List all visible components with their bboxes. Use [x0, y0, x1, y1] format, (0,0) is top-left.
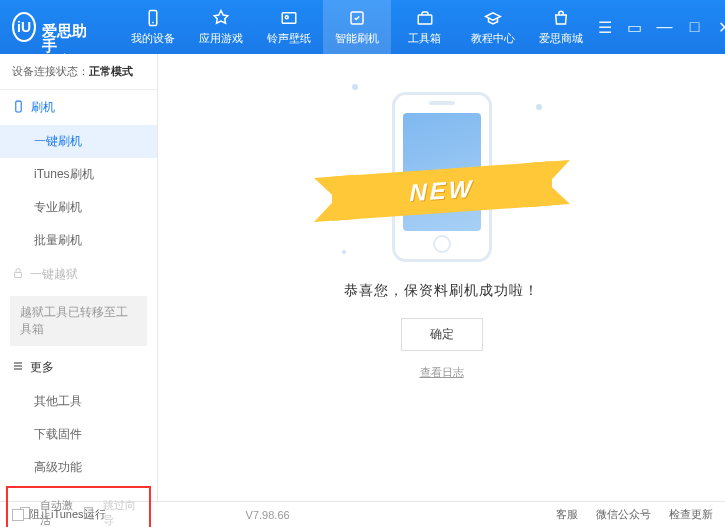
success-message: 恭喜您，保资料刷机成功啦！ — [344, 282, 539, 300]
sidebar-pro-flash[interactable]: 专业刷机 — [0, 191, 157, 224]
menu-icon[interactable]: ☰ — [595, 17, 615, 37]
refresh-icon — [347, 8, 367, 28]
sidebar-itunes-flash[interactable]: iTunes刷机 — [0, 158, 157, 191]
skin-icon[interactable]: ▭ — [625, 17, 645, 37]
sidebar-download-firmware[interactable]: 下载固件 — [0, 418, 157, 451]
toolbox-icon — [415, 8, 435, 28]
svg-rect-7 — [16, 101, 21, 112]
svg-rect-5 — [418, 15, 432, 24]
apps-icon — [211, 8, 231, 28]
sidebar-other-tools[interactable]: 其他工具 — [0, 385, 157, 418]
top-nav: 我的设备 应用游戏 铃声壁纸 智能刷机 工具箱 教程中心 爱思商城 — [119, 0, 595, 54]
svg-rect-8 — [15, 273, 22, 278]
nav-my-device[interactable]: 我的设备 — [119, 0, 187, 54]
app-url: www.i4.cn — [42, 53, 88, 62]
main-content: NEW 恭喜您，保资料刷机成功啦！ 确定 查看日志 — [158, 54, 725, 501]
titlebar: iU 爱思助手 www.i4.cn 我的设备 应用游戏 铃声壁纸 智能刷机 工具… — [0, 0, 725, 54]
nav-ringtones[interactable]: 铃声壁纸 — [255, 0, 323, 54]
minimize-icon[interactable]: — — [655, 17, 675, 37]
lock-icon — [12, 267, 24, 282]
nav-tutorials[interactable]: 教程中心 — [459, 0, 527, 54]
success-illustration: NEW — [342, 84, 542, 264]
footer-wechat[interactable]: 微信公众号 — [596, 507, 651, 522]
nav-apps-games[interactable]: 应用游戏 — [187, 0, 255, 54]
block-itunes-checkbox[interactable] — [12, 509, 24, 521]
new-ribbon: NEW — [409, 175, 474, 208]
sidebar-oneclick-flash[interactable]: 一键刷机 — [0, 125, 157, 158]
nav-smart-flash[interactable]: 智能刷机 — [323, 0, 391, 54]
flash-icon — [12, 100, 25, 116]
sidebar: 设备连接状态：正常模式 刷机 一键刷机 iTunes刷机 专业刷机 批量刷机 一… — [0, 54, 158, 501]
app-logo: iU 爱思助手 www.i4.cn — [12, 0, 89, 62]
image-icon — [279, 8, 299, 28]
sidebar-flash-head[interactable]: 刷机 — [0, 90, 157, 125]
window-controls: ☰ ▭ — □ ✕ — [595, 13, 725, 41]
phone-icon — [143, 8, 163, 28]
version-label: V7.98.66 — [246, 509, 290, 521]
svg-point-3 — [285, 16, 288, 19]
graduation-icon — [483, 8, 503, 28]
nav-store[interactable]: 爱思商城 — [527, 0, 595, 54]
ok-button[interactable]: 确定 — [401, 318, 483, 351]
view-log-link[interactable]: 查看日志 — [420, 365, 464, 380]
close-icon[interactable]: ✕ — [715, 17, 725, 37]
maximize-icon[interactable]: □ — [685, 17, 705, 37]
nav-toolbox[interactable]: 工具箱 — [391, 0, 459, 54]
block-itunes-label: 阻止iTunes运行 — [29, 507, 106, 522]
app-name: 爱思助手 — [42, 0, 88, 53]
sidebar-advanced[interactable]: 高级功能 — [0, 451, 157, 484]
sidebar-jailbreak-head: 一键越狱 — [0, 257, 157, 292]
sidebar-batch-flash[interactable]: 批量刷机 — [0, 224, 157, 257]
logo-icon: iU — [12, 12, 36, 42]
list-icon — [12, 360, 24, 375]
svg-rect-2 — [282, 13, 296, 24]
footer-support[interactable]: 客服 — [556, 507, 578, 522]
bag-icon — [551, 8, 571, 28]
sidebar-jailbreak-note: 越狱工具已转移至工具箱 — [10, 296, 147, 346]
sidebar-more-head[interactable]: 更多 — [0, 350, 157, 385]
footer-update[interactable]: 检查更新 — [669, 507, 713, 522]
